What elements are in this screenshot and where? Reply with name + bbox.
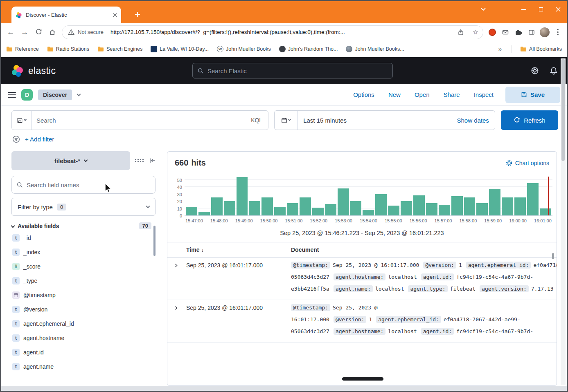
histogram-bar[interactable] [401,201,412,215]
histogram-bar[interactable] [502,197,513,215]
histogram-bar[interactable] [249,201,260,215]
inspect-link[interactable]: Inspect [474,91,494,98]
maximize-button[interactable] [532,1,550,18]
expand-row-button[interactable] [167,300,186,342]
bookmark-item[interactable]: WJohn Mueller Books [217,46,271,52]
field-list-item[interactable]: tagent.name [11,361,156,372]
reload-icon[interactable] [32,25,45,39]
histogram-bar[interactable] [211,197,223,215]
dots-grid-icon[interactable] [135,159,144,162]
open-link[interactable]: Open [415,91,430,98]
back-icon[interactable]: ← [4,25,18,39]
field-list-item[interactable]: #_score [11,260,156,272]
histogram-bar[interactable] [261,197,273,215]
not-secure-label[interactable]: Not secure [78,29,104,35]
add-filter-link[interactable]: + Add filter [25,136,54,143]
table-horizontal-scrollbar-thumb[interactable] [342,377,383,381]
time-column-header[interactable]: Time↓ [186,246,291,253]
page-scrollbar-thumb[interactable] [561,59,565,161]
help-icon[interactable] [531,67,539,75]
field-list-item[interactable]: t_id [11,232,156,244]
all-bookmarks-button[interactable]: All Bookmarks [520,46,562,52]
histogram-bar[interactable] [186,207,197,215]
not-secure-warning-icon[interactable] [68,29,74,35]
extension-puzzle-icon[interactable] [513,27,524,38]
histogram-bar[interactable] [514,197,526,215]
histogram-bar[interactable] [375,194,387,215]
tab-close-icon[interactable] [113,13,117,17]
kql-selector[interactable]: KQL [251,117,268,123]
new-link[interactable]: New [388,91,401,98]
collapse-sidebar-icon[interactable] [149,157,156,164]
histogram-bar[interactable] [540,208,551,215]
bookmark-star-icon[interactable]: ☆ [470,28,481,36]
tab-search-button[interactable] [477,3,490,16]
field-list-item[interactable]: tagent.id [11,346,156,358]
refresh-button[interactable]: Refresh [501,110,558,130]
menu-icon[interactable] [8,92,16,98]
index-pattern-selector[interactable]: filebeat-* [11,151,130,170]
bookmark-item[interactable]: John's Random Tho... [279,46,338,52]
histogram-bar[interactable] [388,206,399,215]
bookmark-item[interactable]: La Valle, WI 10-Day... [151,46,209,52]
forward-icon[interactable]: → [18,25,32,39]
available-fields-header[interactable]: Available fields 70 [11,222,156,229]
table-vertical-scrollbar-thumb[interactable] [552,253,554,259]
global-search-input[interactable] [207,67,388,74]
bookmark-item[interactable]: John Mueller Books... [346,46,404,52]
bookmark-item[interactable]: Radio Stations [47,46,89,52]
minimize-button[interactable] [515,1,532,18]
page-scrollbar[interactable] [561,58,566,385]
histogram-bar[interactable] [476,203,488,215]
document-column-header[interactable]: Document [291,246,557,253]
extension-red-icon[interactable] [487,27,498,38]
bookmarks-overflow-icon[interactable]: » [497,45,503,52]
elastic-logo[interactable] [11,64,24,77]
close-button[interactable] [550,1,567,18]
saved-query-menu-button[interactable] [12,111,32,130]
histogram-bar[interactable] [489,189,500,215]
share-icon[interactable] [455,29,467,36]
address-bar[interactable]: Not secure http://172.105.7.150/app/disc… [62,25,483,39]
histogram-bar[interactable] [325,204,336,215]
notifications-icon[interactable] [550,67,558,75]
histogram-bar[interactable] [274,207,286,215]
expand-row-button[interactable] [167,258,186,300]
sort-descending-icon[interactable]: ↓ [201,247,204,253]
histogram-bar[interactable] [426,203,437,215]
new-tab-button[interactable] [131,8,144,20]
side-panel-icon[interactable] [526,27,537,38]
browser-menu-icon[interactable] [552,27,563,38]
histogram-bar[interactable] [300,197,311,215]
chevron-down-icon[interactable] [77,92,81,96]
extension-mail-icon[interactable] [500,27,511,38]
options-link[interactable]: Options [353,91,374,98]
filter-icon[interactable] [12,135,20,143]
url-text[interactable]: http://172.105.7.150/app/discover#/?_g=(… [110,29,452,35]
histogram-bar[interactable] [198,212,210,215]
field-list-item[interactable]: t@version [11,303,156,315]
histogram-bar[interactable] [287,203,298,215]
share-link[interactable]: Share [444,91,460,98]
space-avatar[interactable]: D [21,89,33,101]
histogram-bar[interactable] [338,188,349,215]
field-list-item[interactable]: t_index [11,246,156,258]
histogram-bar[interactable] [350,201,362,215]
chart-options-button[interactable]: Chart options [506,160,549,166]
field-list-item[interactable]: tagent.ephemeral_id [11,318,156,329]
save-button[interactable]: Save [505,87,560,103]
histogram-bar[interactable] [451,196,463,215]
profile-avatar[interactable] [539,27,550,38]
filter-by-type-select[interactable]: Filter by type 0 [11,198,156,216]
breadcrumb[interactable]: Discover [38,90,72,100]
query-search-input[interactable] [32,117,251,124]
show-dates-link[interactable]: Show dates [457,117,494,124]
browser-tab[interactable]: Discover - Elastic [11,7,121,23]
histogram-bar[interactable] [413,195,425,215]
histogram-bar[interactable] [237,177,248,215]
field-list-item[interactable]: t_type [11,275,156,287]
date-picker-menu-button[interactable] [275,111,298,130]
histogram-bar[interactable] [527,183,539,215]
global-search[interactable] [192,63,393,78]
sidebar-scrollbar-thumb[interactable] [153,226,156,256]
